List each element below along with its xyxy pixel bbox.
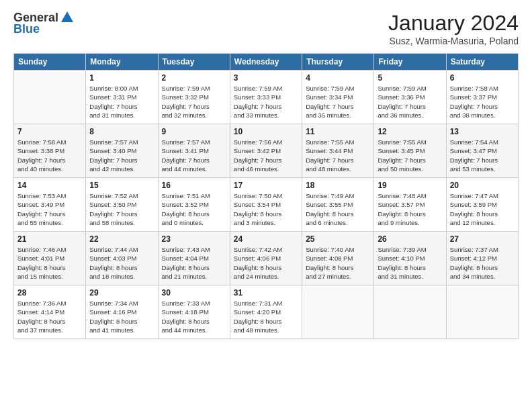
day-info: Sunrise: 7:55 AM Sunset: 3:45 PM Dayligh… [378, 138, 442, 173]
day-number: 31 [234, 288, 298, 298]
day-info: Sunrise: 7:51 AM Sunset: 3:52 PM Dayligh… [162, 191, 226, 227]
day-info: Sunrise: 7:59 AM Sunset: 3:33 PM Dayligh… [234, 84, 298, 120]
day-info: Sunrise: 7:44 AM Sunset: 4:03 PM Dayligh… [89, 245, 154, 281]
day-number: 19 [378, 181, 442, 190]
day-cell: 11Sunrise: 7:55 AM Sunset: 3:44 PM Dayli… [302, 124, 374, 178]
day-cell: 15Sunrise: 7:52 AM Sunset: 3:50 PM Dayli… [86, 178, 158, 232]
day-cell: 16Sunrise: 7:51 AM Sunset: 3:52 PM Dayli… [158, 178, 230, 232]
day-info: Sunrise: 7:59 AM Sunset: 3:36 PM Dayligh… [378, 84, 442, 120]
day-number: 10 [234, 127, 298, 136]
day-number: 1 [89, 73, 154, 83]
week-row-3: 14Sunrise: 7:53 AM Sunset: 3:49 PM Dayli… [14, 178, 519, 232]
day-cell: 7Sunrise: 7:58 AM Sunset: 3:38 PM Daylig… [14, 124, 86, 178]
day-cell: 5Sunrise: 7:59 AM Sunset: 3:36 PM Daylig… [374, 71, 446, 124]
day-info: Sunrise: 7:46 AM Sunset: 4:01 PM Dayligh… [17, 245, 82, 281]
col-thursday: Thursday [302, 54, 374, 71]
col-sunday: Sunday [14, 54, 86, 71]
day-info: Sunrise: 7:36 AM Sunset: 4:14 PM Dayligh… [17, 299, 82, 334]
day-number: 16 [162, 181, 226, 190]
day-number: 27 [450, 234, 515, 244]
day-cell: 31Sunrise: 7:31 AM Sunset: 4:20 PM Dayli… [230, 285, 302, 339]
day-info: Sunrise: 7:33 AM Sunset: 4:18 PM Dayligh… [162, 299, 226, 334]
day-cell: 22Sunrise: 7:44 AM Sunset: 4:03 PM Dayli… [86, 232, 158, 285]
day-info: Sunrise: 7:55 AM Sunset: 3:44 PM Dayligh… [306, 138, 370, 173]
calendar-table: Sunday Monday Tuesday Wednesday Thursday… [13, 53, 519, 339]
day-info: Sunrise: 7:43 AM Sunset: 4:04 PM Dayligh… [162, 245, 226, 281]
day-info: Sunrise: 7:59 AM Sunset: 3:34 PM Dayligh… [306, 84, 370, 120]
week-row-2: 7Sunrise: 7:58 AM Sunset: 3:38 PM Daylig… [14, 124, 519, 178]
day-number: 2 [162, 73, 226, 83]
day-cell [374, 285, 446, 339]
day-info: Sunrise: 7:48 AM Sunset: 3:57 PM Dayligh… [378, 191, 442, 227]
day-number: 14 [17, 181, 82, 190]
day-number: 22 [89, 234, 154, 244]
col-saturday: Saturday [446, 54, 518, 71]
title-block: January 2024 Susz, Warmia-Masuria, Polan… [388, 11, 519, 46]
day-number: 23 [162, 234, 226, 244]
day-info: Sunrise: 7:58 AM Sunset: 3:38 PM Dayligh… [17, 138, 82, 173]
day-cell: 20Sunrise: 7:47 AM Sunset: 3:59 PM Dayli… [446, 178, 518, 232]
day-info: Sunrise: 7:53 AM Sunset: 3:49 PM Dayligh… [17, 191, 82, 227]
col-tuesday: Tuesday [158, 54, 230, 71]
day-info: Sunrise: 7:52 AM Sunset: 3:50 PM Dayligh… [89, 191, 154, 227]
day-number: 6 [450, 73, 515, 83]
day-number: 25 [306, 234, 370, 244]
day-cell: 30Sunrise: 7:33 AM Sunset: 4:18 PM Dayli… [158, 285, 230, 339]
day-info: Sunrise: 7:31 AM Sunset: 4:20 PM Dayligh… [234, 299, 298, 334]
day-info: Sunrise: 7:34 AM Sunset: 4:16 PM Dayligh… [89, 299, 154, 334]
day-info: Sunrise: 7:58 AM Sunset: 3:37 PM Dayligh… [450, 84, 515, 120]
day-info: Sunrise: 7:54 AM Sunset: 3:47 PM Dayligh… [450, 138, 515, 173]
day-number: 20 [450, 181, 515, 190]
day-cell: 10Sunrise: 7:56 AM Sunset: 3:42 PM Dayli… [230, 124, 302, 178]
day-number: 18 [306, 181, 370, 190]
day-number: 12 [378, 127, 442, 136]
day-number: 28 [17, 288, 82, 298]
col-friday: Friday [374, 54, 446, 71]
logo: General Blue [13, 11, 75, 36]
day-number: 4 [306, 73, 370, 83]
day-number: 7 [17, 127, 82, 136]
day-info: Sunrise: 7:57 AM Sunset: 3:40 PM Dayligh… [89, 138, 154, 173]
day-info: Sunrise: 7:47 AM Sunset: 3:59 PM Dayligh… [450, 191, 515, 227]
day-cell: 21Sunrise: 7:46 AM Sunset: 4:01 PM Dayli… [14, 232, 86, 285]
day-number: 30 [162, 288, 226, 298]
logo-icon [60, 10, 75, 25]
calendar-body: 1Sunrise: 8:00 AM Sunset: 3:31 PM Daylig… [14, 71, 519, 339]
svg-marker-0 [61, 11, 73, 22]
col-wednesday: Wednesday [230, 54, 302, 71]
day-cell: 4Sunrise: 7:59 AM Sunset: 3:34 PM Daylig… [302, 71, 374, 124]
logo-blue: Blue [13, 22, 40, 36]
day-info: Sunrise: 7:39 AM Sunset: 4:10 PM Dayligh… [378, 245, 442, 281]
day-cell: 26Sunrise: 7:39 AM Sunset: 4:10 PM Dayli… [374, 232, 446, 285]
day-info: Sunrise: 7:50 AM Sunset: 3:54 PM Dayligh… [234, 191, 298, 227]
day-number: 5 [378, 73, 442, 83]
day-number: 21 [17, 234, 82, 244]
day-number: 13 [450, 127, 515, 136]
location-subtitle: Susz, Warmia-Masuria, Poland [388, 36, 519, 46]
day-number: 17 [234, 181, 298, 190]
day-cell: 19Sunrise: 7:48 AM Sunset: 3:57 PM Dayli… [374, 178, 446, 232]
day-cell: 24Sunrise: 7:42 AM Sunset: 4:06 PM Dayli… [230, 232, 302, 285]
day-cell: 27Sunrise: 7:37 AM Sunset: 4:12 PM Dayli… [446, 232, 518, 285]
day-number: 15 [89, 181, 154, 190]
day-cell: 17Sunrise: 7:50 AM Sunset: 3:54 PM Dayli… [230, 178, 302, 232]
calendar-page: General Blue January 2024 Susz, Warmia-M… [0, 0, 532, 411]
day-number: 24 [234, 234, 298, 244]
day-cell: 23Sunrise: 7:43 AM Sunset: 4:04 PM Dayli… [158, 232, 230, 285]
day-number: 8 [89, 127, 154, 136]
day-cell: 6Sunrise: 7:58 AM Sunset: 3:37 PM Daylig… [446, 71, 518, 124]
day-cell: 8Sunrise: 7:57 AM Sunset: 3:40 PM Daylig… [86, 124, 158, 178]
day-cell: 18Sunrise: 7:49 AM Sunset: 3:55 PM Dayli… [302, 178, 374, 232]
day-cell: 12Sunrise: 7:55 AM Sunset: 3:45 PM Dayli… [374, 124, 446, 178]
week-row-4: 21Sunrise: 7:46 AM Sunset: 4:01 PM Dayli… [14, 232, 519, 285]
week-row-5: 28Sunrise: 7:36 AM Sunset: 4:14 PM Dayli… [14, 285, 519, 339]
col-monday: Monday [86, 54, 158, 71]
month-title: January 2024 [388, 11, 519, 36]
day-cell [446, 285, 518, 339]
day-info: Sunrise: 7:37 AM Sunset: 4:12 PM Dayligh… [450, 245, 515, 281]
day-info: Sunrise: 7:42 AM Sunset: 4:06 PM Dayligh… [234, 245, 298, 281]
day-cell: 13Sunrise: 7:54 AM Sunset: 3:47 PM Dayli… [446, 124, 518, 178]
day-cell: 25Sunrise: 7:40 AM Sunset: 4:08 PM Dayli… [302, 232, 374, 285]
day-number: 26 [378, 234, 442, 244]
day-info: Sunrise: 7:56 AM Sunset: 3:42 PM Dayligh… [234, 138, 298, 173]
